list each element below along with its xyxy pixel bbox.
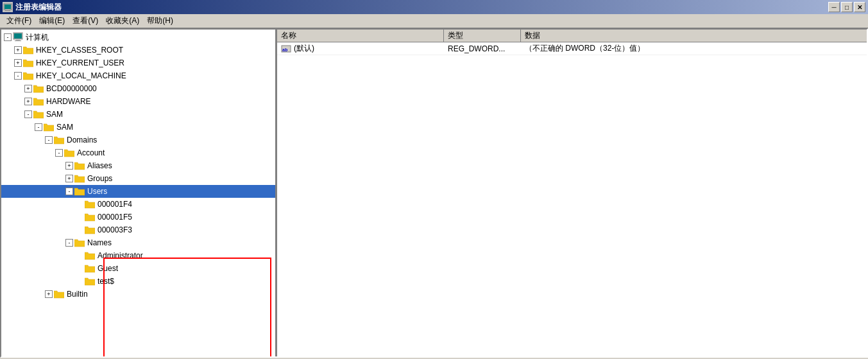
tree-node-sam[interactable]: - SAM: [1, 108, 275, 121]
tree-label-test: test$: [98, 277, 114, 286]
menu-favorites[interactable]: 收藏夹(A): [102, 14, 143, 28]
svg-marker-10: [23, 73, 33, 80]
tree-node-u1f4[interactable]: 000001F4: [1, 198, 275, 211]
tree-node-hkcr[interactable]: + HKEY_CLASSES_ROOT: [1, 44, 275, 57]
expand-bcd[interactable]: +: [24, 85, 32, 92]
tree-label-users: Users: [87, 187, 107, 196]
col-header-name[interactable]: 名称: [277, 30, 444, 42]
tree-node-domains[interactable]: - Domains: [1, 134, 275, 146]
no-expand-u3f3: [76, 226, 83, 234]
registry-tree[interactable]: - 计算机 +: [1, 30, 277, 356]
svg-marker-11: [33, 85, 44, 92]
window-title: 注册表编辑器: [15, 2, 62, 13]
tree-node-bcd[interactable]: + BCD00000000: [1, 82, 275, 95]
maximize-button[interactable]: □: [841, 2, 853, 12]
menu-edit[interactable]: 编辑(E): [35, 14, 69, 28]
no-expand-u1f4: [76, 200, 83, 208]
cell-name: ab (默认): [277, 42, 444, 55]
tree-label-groups: Groups: [87, 174, 112, 183]
svg-text:ab: ab: [282, 48, 287, 52]
svg-marker-25: [85, 265, 95, 272]
tree-label-computer: 计算机: [26, 32, 49, 43]
tree-label-u3f3: 000003F3: [98, 225, 132, 234]
tree-node-hklm[interactable]: - HKEY_LOCAL_MACHINE: [1, 69, 275, 82]
tree-label-hardware: HARDWARE: [46, 97, 91, 106]
tree-node-account[interactable]: - Account: [1, 146, 275, 159]
tree-node-aliases[interactable]: + Aliases: [1, 159, 275, 172]
cell-name-text: (默认): [294, 43, 314, 54]
expand-hkcu[interactable]: +: [14, 59, 22, 67]
svg-rect-3: [5, 10, 10, 11]
folder-icon-sam: [33, 110, 44, 119]
expand-computer[interactable]: -: [4, 33, 12, 41]
no-expand-admin: [76, 252, 83, 259]
tree-label-account: Account: [77, 148, 105, 157]
svg-rect-5: [14, 33, 22, 39]
tree-node-groups[interactable]: + Groups: [1, 172, 275, 185]
expand-builtin[interactable]: +: [45, 290, 53, 298]
svg-marker-21: [85, 214, 95, 221]
table-row[interactable]: ab (默认) REG_DWORD... （不正确的 DWORD（32-位）值）: [277, 42, 867, 55]
reg-dword-icon: ab: [281, 44, 291, 53]
expand-domains[interactable]: -: [45, 136, 53, 144]
tree-node-computer[interactable]: - 计算机: [1, 31, 275, 44]
tree-node-guest[interactable]: Guest: [1, 262, 275, 275]
svg-marker-8: [23, 47, 33, 54]
registry-values: 名称 类型 数据 ab (默认) REG_DWORD... （不正确的 DWOR…: [277, 30, 867, 356]
close-button[interactable]: ✕: [854, 2, 865, 12]
cell-type: REG_DWORD...: [444, 42, 521, 55]
cell-data: （不正确的 DWORD（32-位）值）: [521, 42, 867, 55]
minimize-button[interactable]: ─: [828, 2, 840, 12]
tree-node-test[interactable]: test$: [1, 275, 275, 288]
svg-marker-14: [44, 124, 54, 131]
expand-hklm[interactable]: -: [14, 72, 22, 80]
menu-view[interactable]: 查看(V): [69, 14, 102, 28]
expand-groups[interactable]: +: [65, 175, 73, 182]
svg-marker-15: [54, 137, 64, 144]
svg-marker-13: [33, 111, 44, 118]
tree-label-u1f4: 000001F4: [98, 200, 132, 209]
tree-node-hardware[interactable]: + HARDWARE: [1, 95, 275, 108]
expand-account[interactable]: -: [55, 149, 63, 157]
svg-marker-9: [23, 60, 33, 67]
expand-sam2[interactable]: -: [35, 123, 42, 131]
tree-node-u3f3[interactable]: 000003F3: [1, 223, 275, 236]
svg-marker-27: [54, 291, 64, 298]
folder-icon-hkcr: [23, 46, 33, 55]
tree-label-administrator: Administrator: [98, 251, 143, 260]
folder-icon-hkcu: [23, 58, 33, 67]
window-controls: ─ □ ✕: [828, 2, 865, 12]
tree-node-names[interactable]: - Names: [1, 236, 275, 249]
tree-node-administrator[interactable]: Administrator: [1, 249, 275, 262]
folder-icon-domains: [54, 136, 64, 144]
expand-names[interactable]: -: [65, 239, 73, 247]
folder-icon-sam2: [44, 123, 54, 132]
svg-marker-24: [85, 252, 95, 259]
expand-sam[interactable]: -: [24, 110, 32, 118]
menu-bar: 文件(F) 编辑(E) 查看(V) 收藏夹(A) 帮助(H): [0, 14, 868, 28]
tree-label-guest: Guest: [98, 264, 118, 273]
expand-users[interactable]: -: [65, 188, 73, 195]
menu-file[interactable]: 文件(F): [3, 14, 35, 28]
folder-icon-test: [85, 277, 95, 286]
tree-node-users[interactable]: - Users: [1, 185, 275, 198]
tree-node-u1f5[interactable]: 000001F5: [1, 211, 275, 223]
tree-node-hkcu[interactable]: + HKEY_CURRENT_USER: [1, 57, 275, 69]
tree-label-bcd: BCD00000000: [46, 84, 97, 93]
col-header-type[interactable]: 类型: [444, 30, 521, 42]
expand-hkcr[interactable]: +: [14, 46, 22, 54]
svg-marker-23: [74, 240, 85, 247]
tree-node-sam2[interactable]: - SAM: [1, 121, 275, 134]
tree-label-sam2: SAM: [56, 123, 73, 132]
expand-hardware[interactable]: +: [24, 98, 32, 105]
folder-icon-groups: [74, 174, 85, 183]
svg-marker-20: [85, 201, 95, 208]
folder-icon-builtin: [54, 290, 64, 299]
tree-node-builtin[interactable]: + Builtin: [1, 288, 275, 301]
menu-help[interactable]: 帮助(H): [143, 14, 177, 28]
tree-content: - 计算机 +: [1, 30, 275, 302]
expand-aliases[interactable]: +: [65, 162, 73, 170]
svg-rect-1: [4, 4, 11, 9]
tree-label-sam: SAM: [46, 110, 63, 119]
col-header-data[interactable]: 数据: [521, 30, 867, 42]
